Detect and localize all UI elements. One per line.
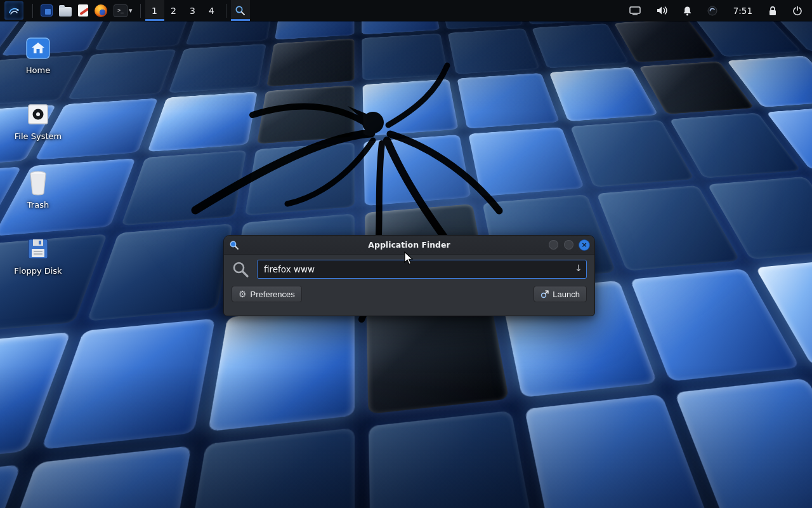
floppy-disk-icon bbox=[25, 236, 51, 262]
launcher-firefox[interactable] bbox=[91, 0, 110, 21]
chevron-down-icon: ▾ bbox=[129, 6, 133, 15]
top-panel: >_ ▾ 1 2 3 4 bbox=[0, 0, 812, 21]
titlebar[interactable]: Application Finder × bbox=[224, 236, 594, 255]
panel-clock[interactable]: 7:51 bbox=[730, 6, 756, 16]
volume-icon bbox=[656, 6, 667, 15]
wallpaper-cube bbox=[121, 150, 247, 225]
workspace-1-label: 1 bbox=[152, 6, 157, 16]
power-icon bbox=[792, 6, 802, 16]
appfinder-task-icon bbox=[235, 5, 246, 16]
search-input-wrap: ↓ bbox=[257, 260, 587, 279]
desktop-icon-floppy-disk[interactable]: Floppy Disk bbox=[0, 236, 76, 276]
search-row: ↓ bbox=[232, 260, 587, 279]
status-circle-icon bbox=[707, 6, 717, 16]
wallpaper-cube bbox=[179, 428, 355, 508]
launcher-file-manager[interactable] bbox=[56, 0, 75, 21]
launcher-window[interactable] bbox=[37, 0, 56, 21]
wallpaper-cube bbox=[68, 50, 176, 100]
home-icon bbox=[25, 36, 51, 61]
wallpaper-cube bbox=[448, 29, 540, 74]
search-icon bbox=[232, 260, 249, 278]
tray-lock-button[interactable] bbox=[765, 0, 780, 21]
panel-separator bbox=[226, 4, 226, 18]
preferences-button-label: Preferences bbox=[251, 290, 295, 299]
tray-volume-button[interactable] bbox=[653, 0, 671, 21]
firefox-icon bbox=[95, 4, 107, 17]
launcher-terminal[interactable]: >_ ▾ bbox=[110, 0, 136, 21]
desktop-icon-label: Floppy Disk bbox=[14, 266, 62, 276]
window-title: Application Finder bbox=[224, 240, 594, 250]
wallpaper-cube bbox=[245, 142, 355, 216]
panel-separator bbox=[32, 4, 33, 18]
gear-icon: ⚙ bbox=[239, 290, 247, 298]
desktop-icon-label: Trash bbox=[27, 200, 49, 210]
desktop-icon-home[interactable]: Home bbox=[0, 36, 76, 75]
display-icon bbox=[629, 6, 641, 15]
dropdown-arrow-icon[interactable]: ↓ bbox=[575, 263, 582, 273]
wallpaper-cube bbox=[532, 23, 629, 68]
tray-power-button[interactable] bbox=[789, 0, 806, 21]
wallpaper-cube bbox=[363, 135, 471, 206]
workspace-2-label: 2 bbox=[171, 6, 176, 16]
wallpaper-cube bbox=[266, 39, 354, 87]
wallpaper-cube bbox=[457, 73, 560, 129]
wallpaper-cube bbox=[549, 67, 658, 122]
application-finder-window: Application Finder × ↓ bbox=[223, 235, 595, 316]
window-icon bbox=[41, 4, 53, 17]
kali-menu-icon bbox=[4, 1, 23, 20]
terminal-prompt-glyph: >_ bbox=[117, 8, 124, 13]
workspace-4[interactable]: 4 bbox=[202, 0, 221, 21]
titlebar-buttons: × bbox=[549, 240, 589, 250]
dialog-body: ↓ ⚙ Preferences Launch bbox=[224, 255, 594, 309]
wallpaper-cube bbox=[362, 34, 448, 81]
trash-icon bbox=[25, 169, 51, 196]
close-button[interactable]: × bbox=[579, 240, 589, 250]
wallpaper-cube bbox=[468, 127, 584, 196]
appfinder-window-icon bbox=[229, 240, 239, 250]
tray-status-button[interactable] bbox=[704, 0, 721, 21]
wallpaper-cube bbox=[0, 464, 22, 508]
system-tray: 7:51 bbox=[626, 0, 812, 21]
wallpaper-cube bbox=[369, 411, 539, 508]
wallpaper-cube bbox=[87, 224, 233, 321]
minimize-button[interactable] bbox=[549, 240, 558, 250]
wallpaper-cube bbox=[0, 446, 192, 508]
launch-button[interactable]: Launch bbox=[534, 286, 587, 302]
workspace-4-label: 4 bbox=[209, 6, 214, 16]
preferences-button[interactable]: ⚙ Preferences bbox=[232, 286, 302, 302]
lock-icon bbox=[768, 6, 777, 16]
workspace-3[interactable]: 3 bbox=[183, 0, 202, 21]
desktop-icon-trash[interactable]: Trash bbox=[0, 169, 76, 210]
file-manager-icon bbox=[59, 7, 72, 17]
file-system-icon bbox=[25, 102, 51, 127]
workspace-1[interactable]: 1 bbox=[145, 0, 164, 21]
wallpaper-cube bbox=[363, 79, 459, 136]
bell-icon bbox=[683, 6, 692, 16]
tray-notifications-button[interactable] bbox=[679, 0, 695, 21]
workspace-2[interactable]: 2 bbox=[164, 0, 183, 21]
wallpaper-cube bbox=[168, 44, 266, 93]
wallpaper-cube bbox=[147, 91, 257, 152]
applications-menu-button[interactable] bbox=[0, 0, 28, 21]
tray-display-button[interactable] bbox=[626, 0, 644, 21]
desktop-screen: >_ ▾ 1 2 3 4 bbox=[0, 0, 812, 508]
desktop-icon-label: File System bbox=[15, 131, 62, 141]
workspace-3-label: 3 bbox=[190, 6, 195, 16]
terminal-icon: >_ bbox=[114, 4, 128, 17]
panel-separator bbox=[140, 4, 141, 18]
button-row: ⚙ Preferences Launch bbox=[232, 286, 587, 302]
wallpaper-cube bbox=[208, 305, 355, 432]
wallpaper-cube bbox=[257, 85, 355, 144]
launch-button-label: Launch bbox=[553, 290, 580, 299]
launch-icon bbox=[540, 290, 549, 298]
text-editor-icon bbox=[78, 4, 88, 17]
taskbar-application-finder[interactable] bbox=[231, 0, 250, 21]
desktop-icon-file-system[interactable]: File System bbox=[0, 102, 76, 141]
maximize-button[interactable] bbox=[564, 240, 573, 250]
launcher-text-editor[interactable] bbox=[75, 0, 91, 21]
desktop-icon-label: Home bbox=[26, 65, 50, 75]
close-icon: × bbox=[581, 241, 587, 249]
search-input[interactable] bbox=[257, 260, 587, 279]
